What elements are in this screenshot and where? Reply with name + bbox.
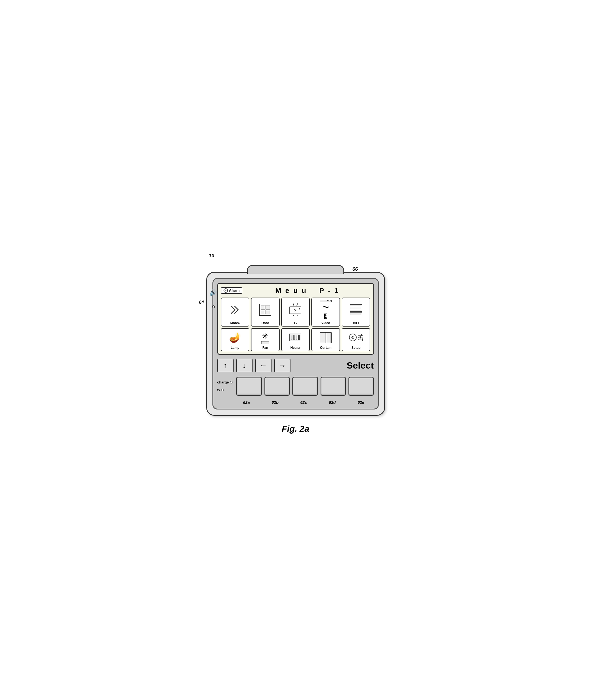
page-container: 10 66 60 64 27 🔊 64 ⊙ Alarm [201,250,390,450]
status-bar: ⊙ Alarm M e u u P - 1 [221,287,371,295]
ref-label-62e: 62e [348,400,374,404]
lamp-button[interactable]: 🪔 Lamp [221,328,250,351]
nav-area: ↑ ↓ ← → Select charge [217,359,374,404]
heater-icon [283,330,308,345]
circle-indicator [212,305,215,308]
hifi-label: HiFi [353,321,359,325]
bottom-ref-labels: 62a 62b 62c 62d 62e [234,400,374,404]
alarm-label: Alarm [229,289,240,293]
figure-caption: Fig. 2a [206,424,385,434]
nav-arrows: ↑ ↓ ← → [217,359,341,372]
hifi-icon [343,300,369,320]
ref-label-62a: 62a [234,400,260,404]
tv-label: Tv [293,321,297,325]
tv-icon: On [283,300,308,320]
more-button[interactable]: More» [221,298,250,327]
chevrons-right-icon [222,300,248,320]
video-label: Video [321,321,330,325]
fan-label: Fan [262,346,268,349]
phys-button-62c[interactable] [292,377,318,396]
alarm-ring-icon: ⊙ [223,289,228,293]
gauge-icon: ⊙ [349,334,356,341]
fan-button[interactable]: ✳ Fan [251,328,280,351]
video-button[interactable]: 〜 🎛 Video [311,298,340,327]
lamp-label: Lamp [231,346,239,349]
nav-left-button[interactable]: ← [255,359,271,372]
physical-button-row: charge tx [217,377,374,396]
nav-up-button[interactable]: ↑ [217,359,234,372]
nav-down-button[interactable]: ↓ [236,359,253,372]
setup-icon: ⊙ [343,330,369,345]
ref-label-10: 10 [209,253,214,259]
ref-label-64-side: 64 [199,300,204,305]
tx-dot [221,389,224,391]
setup-button[interactable]: ⊙ Setup [342,328,371,351]
heater-button[interactable]: Heater [281,328,310,351]
hifi-button[interactable]: HiFi [342,298,371,327]
phys-button-62a[interactable] [236,377,261,396]
device-shell: 🔊 64 ⊙ Alarm M e u u P - 1 [206,272,385,416]
fan-icon: ✳ [253,330,278,345]
heater-label: Heater [290,346,301,349]
tv-button[interactable]: On [281,298,310,327]
alarm-badge: ⊙ Alarm [221,287,243,294]
curtain-label: Curtain [320,346,331,349]
setup-label: Setup [351,346,360,349]
screen-area: 🔊 64 ⊙ Alarm M e u u P - 1 [217,283,374,355]
ref-label-62b: 62b [262,400,288,404]
curtain-icon [313,330,338,345]
speaker-icon: 🔊 [209,289,217,296]
door-button[interactable]: Door [251,298,280,327]
lamp-icon: 🪔 [222,330,248,345]
charge-indicator: charge [217,380,233,384]
more-label: More» [230,321,240,325]
control-grid: More» Door [221,298,371,351]
menu-page-title: M e u u P - 1 [245,287,370,295]
device-inner: 🔊 64 ⊙ Alarm M e u u P - 1 [212,278,379,409]
charge-dot [230,381,233,383]
ref-label-66: 66 [352,266,358,272]
device-handle [247,265,344,274]
sliders-icon [358,335,363,340]
nav-right-button[interactable]: → [274,359,290,372]
select-label: Select [346,360,374,371]
door-icon [253,300,278,320]
phys-button-62e[interactable] [348,377,374,396]
ref-label-62c: 62c [291,400,317,404]
video-icon: 〜 🎛 [313,300,338,320]
nav-row: ↑ ↓ ← → Select [217,359,374,372]
curtain-button[interactable]: Curtain [311,328,340,351]
tx-indicator: tx [217,388,233,392]
charge-tx-labels: charge tx [217,380,233,392]
ref-label-62d: 62d [319,400,345,404]
phys-button-62d[interactable] [321,377,346,396]
door-label: Door [261,321,269,325]
phys-button-62b[interactable] [264,377,290,396]
